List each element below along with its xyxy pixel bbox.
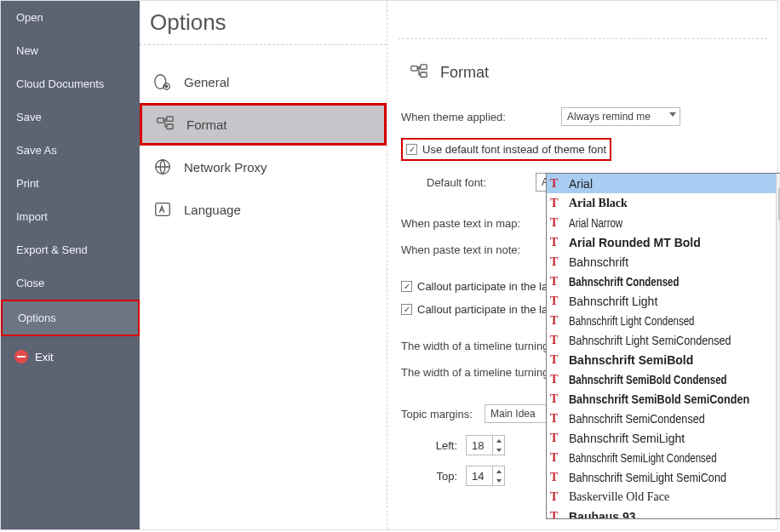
topic-margins-label: Topic margins: [401, 408, 478, 420]
exit-label: Exit [35, 351, 54, 363]
svg-rect-8 [411, 66, 417, 72]
sidebar-item-export-send[interactable]: Export & Send [1, 233, 140, 266]
truetype-icon: T [550, 334, 564, 347]
sidebar-item-save[interactable]: Save [1, 100, 140, 134]
font-option-bahnschrift-semilight-semicond[interactable]: TBahnschrift SemiLight SemiCond [547, 467, 776, 487]
default-font-label: Default font: [401, 176, 529, 189]
left-value: 18 [472, 439, 484, 452]
scroll-up[interactable] [777, 174, 780, 188]
font-option-bahnschrift-semilight-cond[interactable]: TBahnschrift SemiLight Condensed [547, 448, 776, 467]
top-label: Top: [406, 470, 457, 483]
truetype-icon: T [550, 392, 564, 406]
pane-header: Format [398, 39, 767, 100]
default-font-checkbox-row: ✓ Use default font instead of theme font [398, 133, 767, 166]
truetype-icon: T [550, 510, 564, 519]
sidebar-item-cloud-documents[interactable]: Cloud Documents [1, 67, 140, 100]
category-label: Network Proxy [184, 160, 267, 174]
font-dropdown: TArial TArial Black TArial Narrow TArial… [546, 173, 780, 519]
font-option-baskerville-old-face[interactable]: TBaskerville Old Face [547, 487, 776, 506]
category-label: Language [184, 203, 241, 217]
font-option-bahnschrift-semicond[interactable]: TBahnschrift SemiCondensed [547, 409, 776, 428]
category-format[interactable]: Format [140, 103, 387, 146]
font-list: TArial TArial Black TArial Narrow TArial… [547, 174, 776, 518]
font-option-bahnschrift-light-condensed[interactable]: TBahnschrift Light Condensed [547, 311, 776, 330]
truetype-icon: T [550, 471, 564, 484]
sidebar-item-close[interactable]: Close [1, 266, 140, 300]
spinner-up[interactable] [493, 436, 504, 445]
topic-margins-select[interactable]: Main Idea [485, 404, 552, 423]
font-option-bahnschrift-semibold[interactable]: TBahnschrift SemiBold [547, 350, 776, 369]
font-option-bahnschrift-light[interactable]: TBahnschrift Light [547, 291, 776, 311]
font-option-bahnschrift-semilight[interactable]: TBahnschrift SemiLight [547, 428, 776, 448]
theme-applied-select[interactable]: Always remind me [561, 107, 680, 126]
callout-label-2: Callout participate in the lay [417, 303, 553, 316]
timeline-label-2: The width of a timeline turning [401, 366, 548, 379]
truetype-icon: T [550, 236, 564, 249]
callout-checkbox-2[interactable]: ✓ [401, 304, 412, 315]
options-categories: Options General Format Network Proxy Lan… [140, 1, 387, 529]
sidebar-item-exit[interactable]: Exit [1, 340, 140, 374]
truetype-icon: T [550, 275, 564, 289]
svg-point-0 [155, 75, 166, 89]
paste-note-label: When paste text in note: [401, 243, 554, 256]
svg-point-2 [165, 85, 167, 87]
category-network-proxy[interactable]: Network Proxy [140, 146, 387, 188]
general-icon [153, 72, 172, 91]
svg-rect-10 [421, 72, 427, 77]
sidebar-item-print[interactable]: Print [1, 167, 140, 200]
left-spinner[interactable]: 18 [466, 435, 505, 455]
truetype-icon: T [550, 295, 564, 308]
spinner-down[interactable] [493, 476, 504, 485]
scroll-down[interactable] [777, 504, 780, 518]
category-language[interactable]: Language [140, 188, 387, 231]
pane-title: Format [440, 64, 489, 82]
chevron-down-icon [669, 112, 676, 117]
format-icon [156, 115, 175, 134]
use-default-font-checkbox[interactable]: ✓ [406, 144, 417, 155]
truetype-icon: T [550, 373, 564, 386]
truetype-icon: T [550, 314, 564, 328]
file-sidebar: Open New Cloud Documents Save Save As Pr… [1, 1, 140, 529]
sidebar-item-import[interactable]: Import [1, 200, 140, 233]
spinner-up[interactable] [493, 466, 504, 476]
font-option-arial-black[interactable]: TArial Black [547, 193, 776, 213]
svg-rect-9 [421, 65, 427, 70]
callout-label-1: Callout participate in the lay [417, 280, 553, 293]
callout-checkbox-1[interactable]: ✓ [401, 281, 412, 292]
font-option-bahnschrift[interactable]: TBahnschrift [547, 252, 776, 272]
sidebar-item-options[interactable]: Options [1, 300, 140, 336]
network-icon [153, 157, 172, 176]
font-option-bahnschrift-semibold-semicond[interactable]: TBahnschrift SemiBold SemiConden [547, 389, 776, 409]
sidebar-item-open[interactable]: Open [1, 1, 140, 34]
font-option-arial[interactable]: TArial [547, 174, 776, 193]
truetype-icon: T [550, 412, 564, 426]
category-general[interactable]: General [140, 60, 387, 103]
font-option-arial-narrow[interactable]: TArial Narrow [547, 213, 776, 232]
timeline-label-1: The width of a timeline turning [401, 340, 548, 352]
font-option-bahnschrift-light-semicond[interactable]: TBahnschrift Light SemiCondensed [547, 330, 776, 350]
top-spinner[interactable]: 14 [466, 466, 505, 486]
sidebar-item-save-as[interactable]: Save As [1, 134, 140, 167]
svg-rect-3 [158, 118, 163, 123]
font-option-bauhaus-93[interactable]: TBauhaus 93 [547, 506, 776, 518]
left-label: Left: [406, 439, 457, 452]
language-icon [153, 200, 172, 219]
spinner-down[interactable] [493, 445, 504, 455]
theme-applied-value: Always remind me [567, 111, 651, 123]
font-option-arial-rounded[interactable]: TArial Rounded MT Bold [547, 232, 776, 252]
use-default-font-label: Use default font instead of theme font [422, 143, 606, 156]
truetype-icon: T [550, 432, 564, 445]
sidebar-item-new[interactable]: New [1, 34, 140, 67]
truetype-icon: T [550, 451, 564, 465]
svg-rect-5 [167, 124, 173, 129]
theme-applied-label: When theme applied: [401, 111, 554, 123]
scroll-track[interactable] [777, 188, 780, 504]
font-option-bahnschrift-condensed[interactable]: TBahnschrift Condensed [547, 272, 776, 291]
truetype-icon: T [550, 216, 564, 230]
top-value: 14 [472, 470, 484, 483]
font-scrollbar[interactable] [776, 174, 780, 518]
paste-map-label: When paste text in map: [401, 217, 554, 230]
font-option-bahnschrift-semibold-cond[interactable]: TBahnschrift SemiBold Condensed [547, 369, 776, 389]
truetype-icon: T [550, 177, 564, 191]
exit-icon [14, 350, 28, 363]
